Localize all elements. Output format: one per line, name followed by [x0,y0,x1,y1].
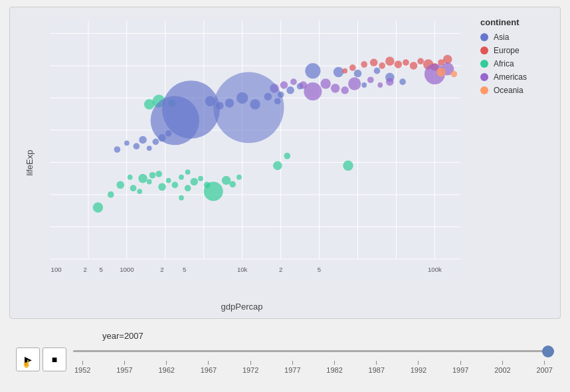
legend-label-americas: Americas [494,72,527,82]
controls-panel: year=2007 ▶ ☝ ■ 1952 [9,319,561,385]
svg-point-106 [349,64,356,71]
svg-point-65 [343,160,353,171]
svg-point-53 [229,181,236,188]
svg-point-40 [138,174,147,183]
slider-thumb[interactable] [542,345,554,357]
svg-point-67 [124,140,130,146]
scatter-plot: 90 80 70 60 50 40 30 100 2 5 1000 2 5 10… [50,21,460,278]
chart-area: lifeExp 90 [10,7,474,318]
svg-text:2: 2 [160,266,163,273]
legend-label-oceania: Oceania [494,86,523,95]
svg-point-86 [374,68,381,74]
svg-point-43 [158,183,166,191]
svg-point-112 [320,78,330,89]
chart-legend: continent Asia Europe Africa Americas Oc… [474,7,560,318]
svg-point-119 [377,82,383,88]
tick-1962: 1962 [158,361,174,374]
slider-fill [73,350,554,352]
slider-track [73,345,554,358]
svg-point-99 [410,62,418,70]
svg-point-63 [273,161,282,170]
play-button[interactable]: ▶ ☝ [16,347,40,371]
svg-point-39 [130,185,137,191]
svg-point-38 [116,181,124,189]
svg-point-88 [399,78,406,85]
tick-2002: 2002 [494,361,510,374]
svg-point-70 [147,146,152,151]
svg-point-118 [367,76,374,83]
svg-point-48 [190,178,198,186]
legend-item-americas: Americas [480,72,553,82]
svg-text:10k: 10k [237,266,248,273]
svg-point-117 [341,86,349,94]
tick-2007: 2007 [536,361,552,374]
svg-text:1000: 1000 [120,266,134,273]
tick-1952: 1952 [74,361,90,374]
legend-title: continent [480,17,553,27]
svg-point-55 [185,169,191,175]
svg-point-116 [348,77,361,90]
svg-point-66 [114,146,121,153]
svg-point-69 [139,136,147,144]
chart-container: lifeExp 90 [9,7,561,319]
legend-dot-europe [480,47,488,54]
legend-dot-americas [480,73,488,81]
svg-point-96 [385,56,395,66]
svg-point-104 [443,54,452,64]
tick-1982: 1982 [326,361,342,374]
stop-icon: ■ [52,354,57,365]
year-slider-container: 1952 1957 1962 1967 1972 [73,345,554,374]
svg-point-56 [179,195,184,201]
legend-dot-africa [480,60,488,68]
legend-item-europe: Europe [480,46,553,55]
svg-point-41 [147,179,152,185]
svg-point-75 [151,96,199,145]
svg-point-93 [361,61,367,68]
stop-button[interactable]: ■ [43,347,66,371]
slider-line [73,350,554,352]
cursor-icon: ☝ [22,359,31,368]
svg-point-45 [171,182,178,189]
svg-point-122 [451,71,458,78]
svg-point-68 [134,143,140,149]
svg-point-64 [284,153,290,159]
svg-text:2: 2 [279,266,282,273]
svg-point-85 [354,70,362,78]
svg-text:100k: 100k [428,266,442,273]
svg-point-51 [204,182,223,201]
svg-point-121 [436,68,446,77]
tick-1957: 1957 [116,361,132,374]
svg-text:2: 2 [83,266,86,273]
slider-row: ▶ ☝ ■ 1952 1957 [16,345,554,374]
svg-point-59 [128,175,133,180]
svg-point-54 [237,175,242,180]
svg-point-58 [137,189,142,194]
svg-text:5: 5 [318,266,321,273]
svg-point-108 [280,81,288,89]
svg-point-94 [370,58,378,66]
svg-rect-0 [50,21,460,278]
svg-point-120 [386,78,394,86]
svg-point-84 [333,67,343,78]
svg-point-57 [155,171,162,177]
svg-point-98 [403,59,409,66]
svg-point-97 [395,60,403,68]
svg-point-89 [361,82,367,88]
svg-point-47 [185,185,191,191]
svg-point-42 [149,172,156,179]
svg-text:100: 100 [51,266,62,273]
svg-point-109 [290,78,297,85]
tick-1972: 1972 [242,361,258,374]
svg-point-49 [198,176,203,181]
legend-label-africa: Africa [494,59,514,68]
play-controls: ▶ ☝ ■ [16,347,66,371]
svg-point-111 [304,82,322,100]
svg-text:5: 5 [183,266,186,273]
svg-point-46 [179,175,184,180]
svg-point-37 [108,191,114,198]
slider-ticks: 1952 1957 1962 1967 1972 [73,361,554,374]
svg-point-123 [213,72,284,144]
legend-label-asia: Asia [494,33,509,42]
svg-point-105 [342,68,347,74]
tick-1977: 1977 [284,361,300,374]
